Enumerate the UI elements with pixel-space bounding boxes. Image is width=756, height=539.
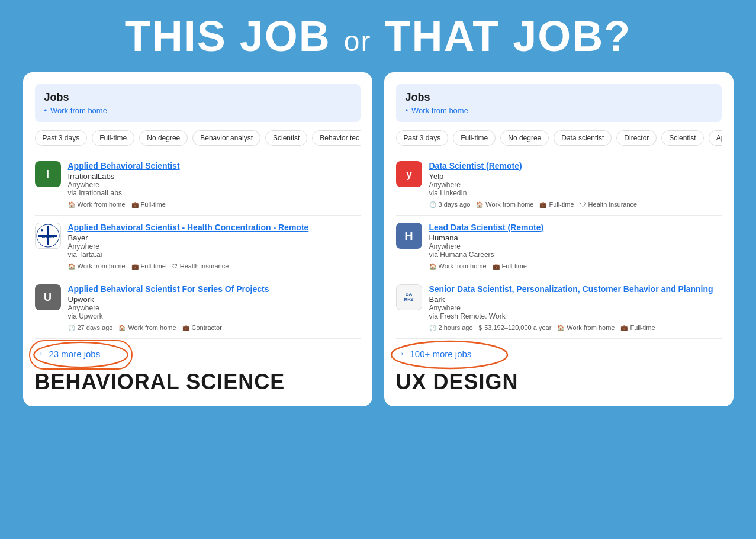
job-details-bayer: Applied Behavioral Scientist - Health Co… [68, 223, 361, 270]
left-jobs-header: Jobs Work from home [35, 84, 361, 122]
title-part1: THIS JOB [125, 12, 331, 60]
bayer-cross-icon: BAYER [36, 224, 60, 248]
chip-behavioranalyst-left[interactable]: Behavior analyst [192, 130, 260, 146]
table-row: U Applied Behavioral Scientist For Serie… [35, 277, 361, 339]
title-part2: THAT JOB? [385, 12, 632, 60]
chip-nodegree-right[interactable]: No degree [500, 130, 549, 146]
job-company-1: IrrationalLabs [68, 172, 361, 181]
right-jobs-title: Jobs [406, 91, 712, 104]
chip-app-right[interactable]: App [709, 130, 722, 146]
chip-behaviortec-left[interactable]: Behavior tec [312, 130, 360, 146]
table-row: I Applied Behavioral Scientist Irrationa… [35, 154, 361, 216]
job-logo-bayer: BAYER [35, 223, 61, 249]
tag-health-2: Health insurance [172, 262, 229, 270]
card-label-left: BEHAVIORAL SCIENCE [35, 370, 361, 394]
tag-wfh-r2: Work from home [429, 262, 487, 270]
bark-logo-text: BARK≤ [404, 292, 414, 303]
tag-salary-r3: 53,192–120,000 a year [479, 324, 552, 331]
svg-text:BAYER: BAYER [41, 235, 54, 238]
left-work-from-home: Work from home [44, 106, 351, 115]
job-source-r2: via Humana Careers [429, 251, 722, 259]
job-company-2: Bayer [68, 233, 361, 242]
job-company-3: Upwork [68, 295, 361, 304]
job-tags-r2: Work from home Full-time [429, 262, 722, 270]
chip-past3days-right[interactable]: Past 3 days [396, 130, 449, 146]
job-location-r1: Anywhere [429, 181, 722, 189]
more-jobs-left[interactable]: → 23 more jobs [35, 348, 361, 359]
tag-time-3: 27 days ago [68, 324, 113, 331]
chip-fulltime-right[interactable]: Full-time [453, 130, 496, 146]
yelp-icon: y [401, 166, 417, 182]
humana-h-letter: H [404, 229, 413, 243]
tag-fulltime-r2: Full-time [493, 262, 527, 270]
job-details-humana: Lead Data Scientist (Remote) Humana Anyw… [429, 223, 722, 270]
tag-contractor-3: Contractor [182, 324, 222, 331]
right-card: Jobs Work from home Past 3 days Full-tim… [384, 72, 734, 406]
job-logo-bark: BARK≤ [396, 284, 422, 310]
job-tags-r1: 3 days ago Work from home Full-time Heal… [429, 201, 722, 208]
title-or: or [344, 25, 372, 57]
arrow-icon-left: → [35, 348, 44, 359]
job-logo-upwork: U [35, 284, 61, 310]
job-source-3: via Upwork [68, 312, 361, 320]
job-details-irrationallabs: Applied Behavioral Scientist IrrationalL… [68, 161, 361, 208]
job-title-2[interactable]: Applied Behavioral Scientist - Health Co… [68, 223, 361, 232]
more-jobs-left-label: 23 more jobs [49, 349, 101, 359]
job-title-r2[interactable]: Lead Data Scientist (Remote) [429, 223, 722, 232]
job-source-1: via IrrationalLabs [68, 189, 361, 197]
chip-scientist-left[interactable]: Scientist [265, 130, 307, 146]
tag-wfh-r1: Work from home [476, 201, 533, 208]
more-jobs-right[interactable]: → 100+ more jobs [396, 348, 722, 359]
job-logo-irrationallabs: I [35, 161, 61, 187]
tag-health-r1: Health insurance [580, 201, 638, 208]
tag-fulltime-r3: Full-time [620, 324, 655, 331]
job-source-2: via Tarta.ai [68, 251, 361, 259]
job-details-bark: Senior Data Scientist, Personalization, … [429, 284, 722, 331]
job-logo-humana: H [396, 223, 422, 249]
left-filter-chips: Past 3 days Full-time No degree Behavior… [35, 130, 361, 146]
main-title: THIS JOB or THAT JOB? [125, 12, 631, 60]
chip-nodegree-left[interactable]: No degree [139, 130, 188, 146]
table-row: H Lead Data Scientist (Remote) Humana An… [396, 216, 722, 277]
chip-scientist-right[interactable]: Scientist [661, 130, 703, 146]
table-row: y Data Scientist (Remote) Yelp Anywhere … [396, 154, 722, 216]
right-work-from-home: Work from home [406, 106, 712, 115]
svg-point-7 [391, 341, 507, 368]
job-company-r2: Humana [429, 233, 722, 242]
tag-wfh-1: Work from home [68, 201, 126, 208]
chip-director-right[interactable]: Director [616, 130, 657, 146]
job-details-upwork: Applied Behavioral Scientist For Series … [68, 284, 361, 331]
job-source-r3: via Fresh Remote. Work [429, 312, 722, 320]
chip-past3days-left[interactable]: Past 3 days [35, 130, 88, 146]
job-company-r1: Yelp [429, 172, 722, 181]
right-filter-chips: Past 3 days Full-time No degree Data sci… [396, 130, 722, 146]
job-details-yelp: Data Scientist (Remote) Yelp Anywhere vi… [429, 161, 722, 208]
job-title-1[interactable]: Applied Behavioral Scientist [68, 161, 361, 171]
job-title-r3[interactable]: Senior Data Scientist, Personalization, … [429, 284, 722, 294]
table-row: BAYER Applied Behavioral Scientist - Hea… [35, 216, 361, 277]
tag-time-r1: 3 days ago [429, 201, 471, 208]
job-tags-1: Work from home Full-time [68, 201, 361, 208]
tag-fulltime-1: Full-time [131, 201, 166, 208]
left-jobs-title: Jobs [44, 91, 351, 104]
more-jobs-circle-right [390, 340, 509, 370]
job-tags-2: Work from home Full-time Health insuranc… [68, 262, 361, 270]
cards-container: Jobs Work from home Past 3 days Full-tim… [12, 72, 744, 406]
job-location-2: Anywhere [68, 242, 361, 251]
chip-datascientist-right[interactable]: Data scientist [554, 130, 612, 146]
job-logo-yelp: y [396, 161, 422, 187]
tag-fulltime-r1: Full-time [539, 201, 574, 208]
job-title-r1[interactable]: Data Scientist (Remote) [429, 161, 722, 171]
card-label-right: UX DESIGN [396, 370, 722, 394]
job-location-3: Anywhere [68, 304, 361, 312]
chip-fulltime-left[interactable]: Full-time [92, 130, 134, 146]
job-tags-3: 27 days ago Work from home Contractor [68, 324, 361, 331]
table-row: BARK≤ Senior Data Scientist, Personaliza… [396, 277, 722, 339]
tag-wfh-2: Work from home [68, 262, 126, 270]
job-location-r2: Anywhere [429, 242, 722, 251]
job-company-r3: Bark [429, 295, 722, 304]
tag-wfh-3: Work from home [118, 324, 176, 331]
tag-time-r3: 2 hours ago [429, 324, 473, 331]
job-title-3[interactable]: Applied Behavioral Scientist For Series … [68, 284, 361, 294]
svg-text:y: y [406, 168, 411, 180]
